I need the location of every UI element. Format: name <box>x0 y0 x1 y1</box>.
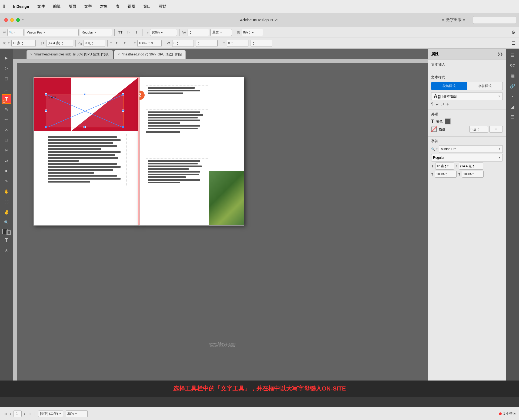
nav-prev-btn[interactable]: ◄ <box>8 412 12 416</box>
tt-sup-icon[interactable]: T↑ <box>122 40 129 47</box>
stroke-input[interactable]: 0 点 ▲ ▼ <box>469 126 488 133</box>
nav-last-btn[interactable]: ⏭ <box>28 412 32 416</box>
font-search-dropdown[interactable]: 🔍 ∨ <box>7 29 24 36</box>
canvas-container[interactable]: www.MacZ.com N-SITE <box>13 63 428 381</box>
menu-indesign[interactable]: InDesign <box>12 4 31 9</box>
font-name-dropdown[interactable]: Minion Pro ▼ <box>25 29 79 36</box>
char-size-up-icon[interactable]: ▲ <box>445 164 447 166</box>
top-search-input[interactable] <box>473 16 516 24</box>
stroke-swatch-tool[interactable] <box>6 230 11 235</box>
baseline-input[interactable]: 0 ▲▼ <box>227 40 248 47</box>
tt-icon-3[interactable]: T <box>133 29 140 36</box>
nav-next-btn[interactable]: ► <box>23 412 27 416</box>
tool-frame-cross[interactable]: ✕ <box>2 125 11 135</box>
char-leading-down-icon[interactable]: ▼ <box>472 166 474 168</box>
maximize-button[interactable] <box>16 18 20 22</box>
fill-color-swatch[interactable] <box>445 118 451 124</box>
tool-note[interactable]: ✎ <box>2 176 11 186</box>
page-input[interactable]: 1 <box>14 411 22 417</box>
tool-format[interactable]: A <box>2 246 11 255</box>
cc-icon[interactable]: CC <box>508 61 517 70</box>
char-scale-v-up-icon[interactable]: ▲ <box>472 172 474 174</box>
tool-text-bottom[interactable]: T <box>2 235 11 245</box>
tool-eyedropper[interactable]: 🖐 <box>2 187 11 196</box>
publish-button[interactable]: ⬆ 数字出版 ▾ <box>441 18 465 22</box>
menu-view[interactable]: 视图 <box>126 4 137 9</box>
tool-select[interactable]: ▶ <box>2 53 11 63</box>
text-frame-selected[interactable]: N-SITE <box>46 94 124 127</box>
tool-direct-select[interactable]: ▷ <box>2 63 11 73</box>
scale-h2-input[interactable]: 100% ▲▼ ▼ <box>137 40 162 47</box>
font-size-input[interactable]: 12 点 ▲▼ <box>11 40 36 47</box>
handle-tl[interactable] <box>45 93 47 95</box>
hamburger-icon[interactable]: ☰ <box>510 40 517 47</box>
char-scale-v-down-icon[interactable]: ▼ <box>472 174 474 176</box>
tt-icon-2[interactable]: T↑ <box>125 29 132 36</box>
baseline-unit-input[interactable]: ▲▼ <box>251 40 272 47</box>
mode-dropdown[interactable]: [基本] (工作) ▼ <box>38 411 63 417</box>
nav-first-btn[interactable]: ⏮ <box>3 412 7 416</box>
home-icon[interactable]: ⌂ <box>22 17 25 23</box>
menu-table[interactable]: 表 <box>114 4 121 9</box>
tool-zoom[interactable]: 🔍 <box>2 217 11 227</box>
hamburger-right-icon[interactable]: ☰ <box>508 113 517 121</box>
close-button[interactable] <box>4 18 8 22</box>
char-scale-h-down-icon[interactable]: ▼ <box>445 174 447 176</box>
tool-page[interactable]: ◻ <box>2 74 11 83</box>
handle-bc[interactable] <box>84 126 86 128</box>
stroke-up-icon[interactable]: ▲ <box>477 127 479 129</box>
canvas[interactable]: www.MacZ.com N-SITE <box>17 63 428 381</box>
handle-ml[interactable] <box>45 110 47 112</box>
tt-sub-icon[interactable]: T↑ <box>114 40 121 47</box>
font-scale-h-input[interactable]: 100% ▼ <box>150 29 177 36</box>
settings-icon[interactable]: ⚙ <box>510 29 517 36</box>
handle-tc[interactable] <box>84 93 86 95</box>
menu-layout[interactable]: 版面 <box>67 4 78 9</box>
menu-edit[interactable]: 编辑 <box>51 4 62 9</box>
stroke-panel-icon[interactable]: ⬩ <box>508 92 517 101</box>
rotate-input[interactable]: 0% ▲▼ ▼ <box>242 29 263 36</box>
va-input[interactable]: ▲▼ <box>188 29 209 36</box>
char-size-input[interactable]: 12 点 ▲ ▼ ▼ <box>435 163 454 170</box>
char-leading-up-icon[interactable]: ▲ <box>472 164 474 166</box>
handle-bl[interactable] <box>45 126 47 128</box>
char-leading-input[interactable]: (14.4 点 ▲ ▼ <box>459 163 483 170</box>
tool-pencil[interactable]: ✏ <box>2 115 11 124</box>
tool-scissors[interactable]: ✄ <box>2 145 11 155</box>
minimize-button[interactable] <box>10 18 14 22</box>
stroke-down-icon[interactable]: ▼ <box>477 129 479 131</box>
va2-unit-input[interactable]: ▲▼ <box>196 40 218 47</box>
char-font-dropdown[interactable]: Minion Pro ▼ <box>439 145 503 153</box>
font-style-dropdown[interactable]: Regular ▼ <box>80 29 112 36</box>
char-scale-v-input[interactable]: 100% ▲ ▼ <box>462 171 484 178</box>
tool-rect[interactable]: □ <box>2 135 11 145</box>
tool-free-transform[interactable]: ⇄ <box>2 156 11 166</box>
tab-character-style[interactable]: 字符样式 <box>467 82 503 90</box>
tool-measure[interactable]: ⛶ <box>2 197 11 207</box>
tab-masthead[interactable]: ✕ *masthead.indd @ 30% [GPU 预览] [转换] <box>114 50 186 59</box>
tool-pen[interactable]: ✎ <box>2 104 11 114</box>
tab-masthead-examples[interactable]: ✕ *masthead-examples.indd @ 30% [GPU 预览]… <box>26 50 113 59</box>
zoom-dropdown[interactable]: 30% ▼ <box>66 410 88 417</box>
tool-gap[interactable]: ⁔ <box>2 84 11 94</box>
links-icon[interactable]: 🔗 <box>508 82 517 90</box>
leading-input[interactable]: (14.4 点) ▲▼ <box>46 40 73 47</box>
tt-icon-1[interactable]: TT <box>117 29 124 36</box>
menu-object[interactable]: 对象 <box>98 4 109 9</box>
tab-paragraph-style[interactable]: 段落样式 <box>431 82 467 90</box>
menu-window[interactable]: 窗口 <box>142 4 152 9</box>
menu-text[interactable]: 文字 <box>83 4 94 9</box>
layers-icon[interactable]: ▦ <box>508 71 517 80</box>
style-options-icon[interactable]: ⇄ <box>441 102 444 107</box>
tool-hand[interactable]: ✌ <box>2 207 11 217</box>
char-style-dropdown[interactable]: Regular ▼ <box>431 154 503 161</box>
char-size-down-icon[interactable]: ▼ <box>445 166 447 168</box>
panel-expand-button[interactable]: ❯❯ <box>497 52 503 56</box>
char-scale-h-up-icon[interactable]: ▲ <box>445 172 447 174</box>
va2-input[interactable]: 0 ▲▼ <box>172 40 194 47</box>
stroke-dropdown[interactable]: ▼ <box>489 126 503 133</box>
kerning-input[interactable]: 0 点 ▲▼ <box>84 40 105 47</box>
add-style-icon[interactable]: + <box>447 102 449 107</box>
menu-help[interactable]: 帮助 <box>157 4 168 9</box>
para-symbol-icon[interactable]: ¶ <box>431 102 434 107</box>
